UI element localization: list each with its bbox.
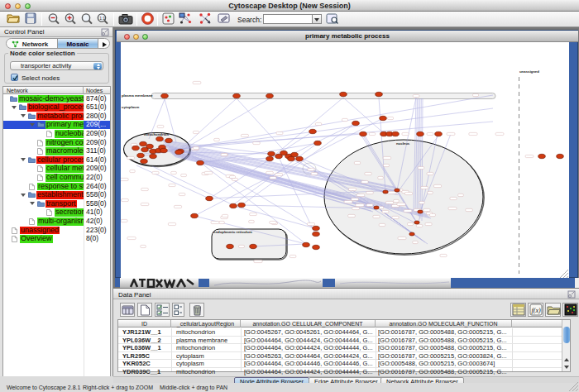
svg-text:unassigned: unassigned xyxy=(519,69,539,74)
svg-text:cytoplasm: cytoplasm xyxy=(122,105,139,109)
svg-text:endoplasmic reticulum: endoplasmic reticulum xyxy=(213,230,252,234)
svg-text:mitochondrion: mitochondrion xyxy=(144,132,169,136)
svg-text:f(x): f(x) xyxy=(532,307,541,314)
svg-text:1:1: 1:1 xyxy=(99,16,105,21)
svg-text:plasma membrane: plasma membrane xyxy=(122,93,153,98)
svg-text:nucleus: nucleus xyxy=(396,141,410,146)
